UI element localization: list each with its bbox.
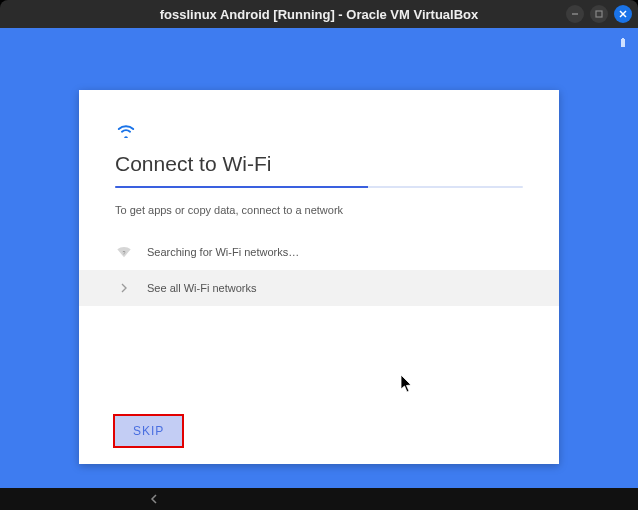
svg-text:?: ? xyxy=(123,250,126,256)
android-status-bar xyxy=(618,34,628,52)
svg-rect-1 xyxy=(596,11,602,17)
progress-bar xyxy=(115,186,523,188)
searching-label: Searching for Wi-Fi networks… xyxy=(147,246,523,258)
network-list: ? Searching for Wi-Fi networks… See all … xyxy=(79,234,559,306)
see-all-networks-row[interactable]: See all Wi-Fi networks xyxy=(79,270,559,306)
vm-screen: Connect to Wi-Fi To get apps or copy dat… xyxy=(0,28,638,488)
wifi-icon xyxy=(115,120,523,138)
chevron-right-icon xyxy=(115,280,133,296)
virtualbox-bottom-bar xyxy=(0,488,638,510)
window-title: fosslinux Android [Running] - Oracle VM … xyxy=(160,7,479,22)
minimize-button[interactable] xyxy=(566,5,584,23)
svg-rect-4 xyxy=(621,39,625,47)
page-subtitle: To get apps or copy data, connect to a n… xyxy=(115,204,523,216)
close-button[interactable] xyxy=(614,5,632,23)
setup-card: Connect to Wi-Fi To get apps or copy dat… xyxy=(79,90,559,464)
searching-row: ? Searching for Wi-Fi networks… xyxy=(79,234,559,270)
progress-fill xyxy=(115,186,368,188)
card-footer: SKIP xyxy=(115,416,523,446)
svg-rect-5 xyxy=(622,38,624,39)
chevron-left-icon xyxy=(150,490,158,508)
window-titlebar: fosslinux Android [Running] - Oracle VM … xyxy=(0,0,638,28)
window-controls xyxy=(566,5,632,23)
wifi-unknown-icon: ? xyxy=(115,244,133,260)
maximize-button[interactable] xyxy=(590,5,608,23)
page-title: Connect to Wi-Fi xyxy=(115,152,523,176)
skip-button[interactable]: SKIP xyxy=(115,416,182,446)
see-all-label: See all Wi-Fi networks xyxy=(147,282,523,294)
battery-icon xyxy=(618,34,628,52)
